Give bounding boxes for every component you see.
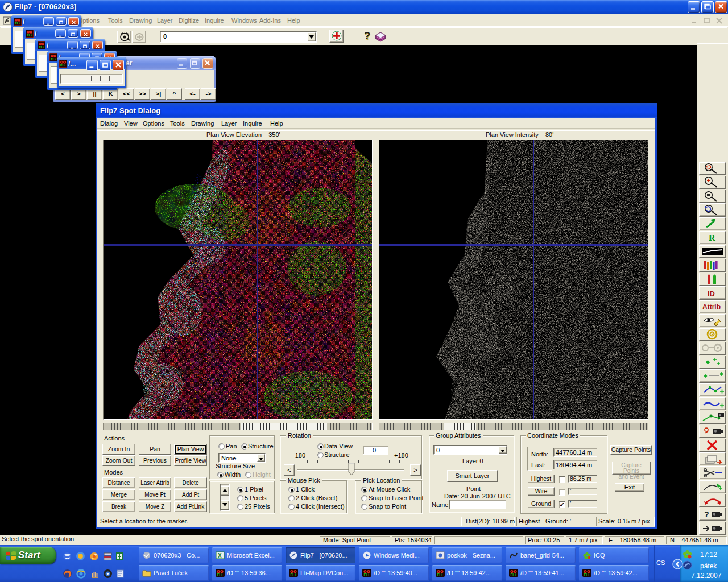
- svg-text:R: R: [709, 233, 715, 243]
- svg-text:FLi: FLi: [51, 57, 56, 61]
- svg-text:FLi: FLi: [437, 573, 442, 577]
- svg-text:FLi: FLi: [363, 573, 369, 577]
- svg-text:FLi: FLi: [217, 573, 222, 577]
- svg-text:Attrib: Attrib: [702, 303, 721, 311]
- svg-text:FLi: FLi: [510, 573, 516, 577]
- svg-text:FLi: FLi: [60, 64, 65, 67]
- svg-text:FLi: FLi: [39, 45, 44, 49]
- svg-text:FLi: FLi: [290, 573, 296, 577]
- svg-text:FLi: FLi: [15, 22, 20, 25]
- svg-text:?: ?: [704, 510, 709, 519]
- svg-text:FLi: FLi: [27, 34, 32, 37]
- svg-text:X: X: [218, 552, 222, 559]
- svg-text:FLi: FLi: [584, 573, 589, 577]
- svg-text:ID: ID: [708, 289, 715, 298]
